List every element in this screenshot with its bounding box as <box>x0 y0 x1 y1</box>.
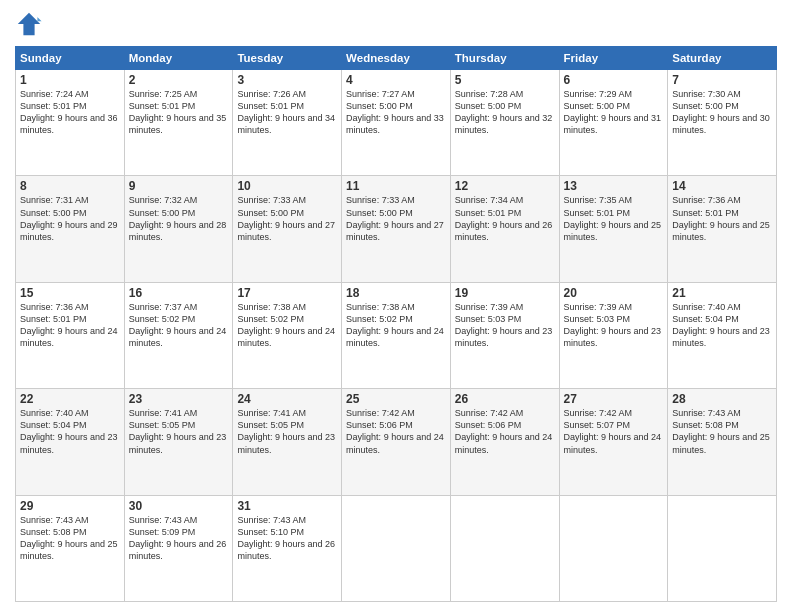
weekday-header-thursday: Thursday <box>450 47 559 70</box>
weekday-header-sunday: Sunday <box>16 47 125 70</box>
day-cell: 4 Sunrise: 7:27 AMSunset: 5:00 PMDayligh… <box>342 70 451 176</box>
day-number: 7 <box>672 73 772 87</box>
day-info: Sunrise: 7:29 AMSunset: 5:00 PMDaylight:… <box>564 88 664 137</box>
day-info: Sunrise: 7:43 AMSunset: 5:10 PMDaylight:… <box>237 514 337 563</box>
weekday-header-tuesday: Tuesday <box>233 47 342 70</box>
day-cell: 28 Sunrise: 7:43 AMSunset: 5:08 PMDaylig… <box>668 389 777 495</box>
day-number: 22 <box>20 392 120 406</box>
day-info: Sunrise: 7:40 AMSunset: 5:04 PMDaylight:… <box>20 407 120 456</box>
week-row-4: 22 Sunrise: 7:40 AMSunset: 5:04 PMDaylig… <box>16 389 777 495</box>
day-info: Sunrise: 7:43 AMSunset: 5:08 PMDaylight:… <box>672 407 772 456</box>
day-info: Sunrise: 7:43 AMSunset: 5:09 PMDaylight:… <box>129 514 229 563</box>
day-cell: 19 Sunrise: 7:39 AMSunset: 5:03 PMDaylig… <box>450 282 559 388</box>
day-info: Sunrise: 7:33 AMSunset: 5:00 PMDaylight:… <box>237 194 337 243</box>
day-cell: 15 Sunrise: 7:36 AMSunset: 5:01 PMDaylig… <box>16 282 125 388</box>
page: SundayMondayTuesdayWednesdayThursdayFrid… <box>0 0 792 612</box>
day-cell: 23 Sunrise: 7:41 AMSunset: 5:05 PMDaylig… <box>124 389 233 495</box>
day-cell: 5 Sunrise: 7:28 AMSunset: 5:00 PMDayligh… <box>450 70 559 176</box>
day-info: Sunrise: 7:32 AMSunset: 5:00 PMDaylight:… <box>129 194 229 243</box>
day-info: Sunrise: 7:34 AMSunset: 5:01 PMDaylight:… <box>455 194 555 243</box>
day-info: Sunrise: 7:41 AMSunset: 5:05 PMDaylight:… <box>129 407 229 456</box>
logo-icon <box>15 10 43 38</box>
day-number: 11 <box>346 179 446 193</box>
day-number: 14 <box>672 179 772 193</box>
day-cell: 27 Sunrise: 7:42 AMSunset: 5:07 PMDaylig… <box>559 389 668 495</box>
day-number: 5 <box>455 73 555 87</box>
day-info: Sunrise: 7:26 AMSunset: 5:01 PMDaylight:… <box>237 88 337 137</box>
day-cell: 12 Sunrise: 7:34 AMSunset: 5:01 PMDaylig… <box>450 176 559 282</box>
day-info: Sunrise: 7:38 AMSunset: 5:02 PMDaylight:… <box>237 301 337 350</box>
day-info: Sunrise: 7:39 AMSunset: 5:03 PMDaylight:… <box>564 301 664 350</box>
day-info: Sunrise: 7:37 AMSunset: 5:02 PMDaylight:… <box>129 301 229 350</box>
day-number: 6 <box>564 73 664 87</box>
day-number: 3 <box>237 73 337 87</box>
day-info: Sunrise: 7:42 AMSunset: 5:06 PMDaylight:… <box>346 407 446 456</box>
day-number: 13 <box>564 179 664 193</box>
day-number: 30 <box>129 499 229 513</box>
day-info: Sunrise: 7:31 AMSunset: 5:00 PMDaylight:… <box>20 194 120 243</box>
day-info: Sunrise: 7:41 AMSunset: 5:05 PMDaylight:… <box>237 407 337 456</box>
day-cell: 24 Sunrise: 7:41 AMSunset: 5:05 PMDaylig… <box>233 389 342 495</box>
day-number: 25 <box>346 392 446 406</box>
day-cell: 10 Sunrise: 7:33 AMSunset: 5:00 PMDaylig… <box>233 176 342 282</box>
day-info: Sunrise: 7:35 AMSunset: 5:01 PMDaylight:… <box>564 194 664 243</box>
day-cell: 31 Sunrise: 7:43 AMSunset: 5:10 PMDaylig… <box>233 495 342 601</box>
day-number: 20 <box>564 286 664 300</box>
day-cell <box>450 495 559 601</box>
day-number: 23 <box>129 392 229 406</box>
day-info: Sunrise: 7:33 AMSunset: 5:00 PMDaylight:… <box>346 194 446 243</box>
day-number: 16 <box>129 286 229 300</box>
day-number: 28 <box>672 392 772 406</box>
svg-marker-0 <box>18 13 40 35</box>
weekday-header-monday: Monday <box>124 47 233 70</box>
day-cell: 1 Sunrise: 7:24 AMSunset: 5:01 PMDayligh… <box>16 70 125 176</box>
week-row-1: 1 Sunrise: 7:24 AMSunset: 5:01 PMDayligh… <box>16 70 777 176</box>
day-number: 18 <box>346 286 446 300</box>
day-cell: 6 Sunrise: 7:29 AMSunset: 5:00 PMDayligh… <box>559 70 668 176</box>
day-cell: 14 Sunrise: 7:36 AMSunset: 5:01 PMDaylig… <box>668 176 777 282</box>
day-number: 31 <box>237 499 337 513</box>
day-number: 15 <box>20 286 120 300</box>
calendar-table: SundayMondayTuesdayWednesdayThursdayFrid… <box>15 46 777 602</box>
day-info: Sunrise: 7:24 AMSunset: 5:01 PMDaylight:… <box>20 88 120 137</box>
day-info: Sunrise: 7:39 AMSunset: 5:03 PMDaylight:… <box>455 301 555 350</box>
day-cell <box>342 495 451 601</box>
week-row-2: 8 Sunrise: 7:31 AMSunset: 5:00 PMDayligh… <box>16 176 777 282</box>
day-cell: 3 Sunrise: 7:26 AMSunset: 5:01 PMDayligh… <box>233 70 342 176</box>
day-cell: 21 Sunrise: 7:40 AMSunset: 5:04 PMDaylig… <box>668 282 777 388</box>
day-number: 27 <box>564 392 664 406</box>
day-number: 19 <box>455 286 555 300</box>
day-number: 10 <box>237 179 337 193</box>
day-cell: 16 Sunrise: 7:37 AMSunset: 5:02 PMDaylig… <box>124 282 233 388</box>
day-number: 8 <box>20 179 120 193</box>
day-cell: 7 Sunrise: 7:30 AMSunset: 5:00 PMDayligh… <box>668 70 777 176</box>
day-cell: 2 Sunrise: 7:25 AMSunset: 5:01 PMDayligh… <box>124 70 233 176</box>
day-info: Sunrise: 7:42 AMSunset: 5:07 PMDaylight:… <box>564 407 664 456</box>
day-info: Sunrise: 7:27 AMSunset: 5:00 PMDaylight:… <box>346 88 446 137</box>
day-cell: 9 Sunrise: 7:32 AMSunset: 5:00 PMDayligh… <box>124 176 233 282</box>
day-cell: 18 Sunrise: 7:38 AMSunset: 5:02 PMDaylig… <box>342 282 451 388</box>
logo <box>15 10 47 38</box>
day-info: Sunrise: 7:30 AMSunset: 5:00 PMDaylight:… <box>672 88 772 137</box>
day-number: 4 <box>346 73 446 87</box>
day-cell: 22 Sunrise: 7:40 AMSunset: 5:04 PMDaylig… <box>16 389 125 495</box>
header <box>15 10 777 38</box>
day-cell: 13 Sunrise: 7:35 AMSunset: 5:01 PMDaylig… <box>559 176 668 282</box>
week-row-3: 15 Sunrise: 7:36 AMSunset: 5:01 PMDaylig… <box>16 282 777 388</box>
day-info: Sunrise: 7:36 AMSunset: 5:01 PMDaylight:… <box>20 301 120 350</box>
weekday-header-saturday: Saturday <box>668 47 777 70</box>
day-cell: 8 Sunrise: 7:31 AMSunset: 5:00 PMDayligh… <box>16 176 125 282</box>
day-cell: 29 Sunrise: 7:43 AMSunset: 5:08 PMDaylig… <box>16 495 125 601</box>
weekday-header-friday: Friday <box>559 47 668 70</box>
weekday-header-row: SundayMondayTuesdayWednesdayThursdayFrid… <box>16 47 777 70</box>
day-number: 12 <box>455 179 555 193</box>
day-cell <box>668 495 777 601</box>
day-info: Sunrise: 7:25 AMSunset: 5:01 PMDaylight:… <box>129 88 229 137</box>
day-cell: 25 Sunrise: 7:42 AMSunset: 5:06 PMDaylig… <box>342 389 451 495</box>
day-number: 9 <box>129 179 229 193</box>
day-number: 29 <box>20 499 120 513</box>
day-number: 2 <box>129 73 229 87</box>
day-cell: 30 Sunrise: 7:43 AMSunset: 5:09 PMDaylig… <box>124 495 233 601</box>
day-info: Sunrise: 7:40 AMSunset: 5:04 PMDaylight:… <box>672 301 772 350</box>
day-number: 1 <box>20 73 120 87</box>
